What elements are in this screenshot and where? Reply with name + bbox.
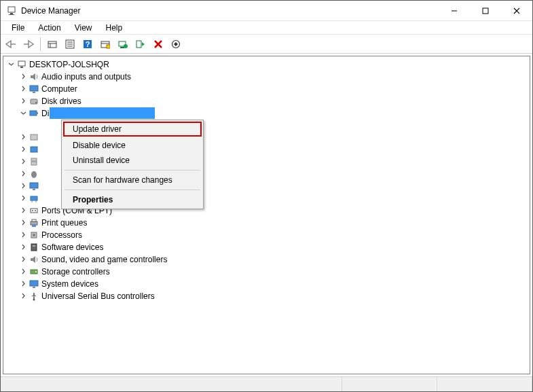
- audio-icon: [29, 71, 39, 82]
- tree-item-storage[interactable]: Storage controllers: [6, 266, 530, 278]
- menu-action[interactable]: Action: [31, 22, 67, 34]
- svg-rect-60: [33, 245, 35, 247]
- svg-rect-39: [30, 111, 37, 115]
- ctx-disable-device[interactable]: Disable device: [63, 138, 202, 153]
- svg-rect-58: [33, 234, 35, 236]
- tree-item-software[interactable]: Software devices: [6, 241, 530, 253]
- svg-rect-47: [33, 189, 35, 190]
- back-button[interactable]: [3, 37, 18, 52]
- status-left: [1, 377, 342, 391]
- app-icon: [6, 5, 17, 16]
- expand-icon[interactable]: [18, 244, 28, 251]
- tree-item-sound[interactable]: Sound, video and game controllers: [6, 253, 530, 266]
- tree-root[interactable]: DESKTOP-JOLSHQR: [6, 58, 530, 71]
- expand-icon[interactable]: [18, 134, 28, 141]
- expand-icon[interactable]: [18, 281, 28, 288]
- expand-icon[interactable]: [18, 98, 28, 105]
- svg-rect-65: [33, 287, 35, 288]
- svg-marker-31: [174, 42, 178, 46]
- maximize-button[interactable]: [470, 1, 501, 20]
- properties-button[interactable]: [62, 37, 77, 52]
- ctx-properties[interactable]: Properties: [63, 192, 202, 207]
- expand-icon[interactable]: [18, 183, 28, 190]
- expand-icon[interactable]: [18, 158, 28, 166]
- network-icon: [29, 193, 39, 204]
- ctx-update-driver[interactable]: Update driver: [63, 122, 202, 137]
- svg-rect-46: [30, 183, 38, 188]
- menu-view[interactable]: View: [68, 22, 99, 34]
- tree-item-computer[interactable]: Computer: [6, 83, 530, 95]
- monitor-icon: [29, 181, 39, 192]
- expand-icon[interactable]: [18, 73, 28, 81]
- expand-icon[interactable]: [18, 256, 28, 264]
- ctx-separator: [65, 190, 200, 190]
- printer-icon: [29, 217, 39, 228]
- expand-icon[interactable]: [18, 171, 28, 178]
- window-controls: [439, 1, 532, 20]
- status-right: [437, 377, 532, 391]
- expand-icon[interactable]: [18, 293, 28, 300]
- tree-item-audio[interactable]: Audio inputs and outputs: [6, 71, 530, 83]
- svg-marker-9: [29, 41, 33, 48]
- menu-help[interactable]: Help: [99, 22, 130, 34]
- svg-rect-22: [107, 45, 110, 48]
- tree-item-system[interactable]: System devices: [6, 278, 530, 290]
- update-driver-button[interactable]: [115, 37, 130, 52]
- tree-item-label: Computer: [41, 84, 77, 94]
- tree-item-label: Universal Serial Bus controllers: [41, 291, 155, 301]
- system-icon: [29, 279, 39, 289]
- storage-icon: [29, 266, 39, 277]
- svg-rect-11: [48, 41, 56, 48]
- svg-rect-59: [31, 244, 37, 251]
- expand-icon[interactable]: [18, 195, 28, 202]
- tree-item-label: Audio inputs and outputs: [41, 72, 131, 82]
- tree-item-label: Sound, video and game controllers: [41, 255, 167, 264]
- svg-rect-56: [32, 225, 36, 227]
- device-icon: [29, 156, 39, 167]
- forward-button[interactable]: [21, 37, 36, 52]
- svg-rect-26: [136, 41, 141, 48]
- disk-icon: [29, 96, 39, 107]
- svg-rect-33: [20, 67, 23, 68]
- minimize-button[interactable]: [439, 1, 470, 20]
- expand-icon[interactable]: [18, 207, 28, 215]
- tree-item-disks[interactable]: Disk drives: [6, 95, 530, 107]
- collapse-icon[interactable]: [18, 110, 28, 118]
- expand-icon[interactable]: [18, 146, 28, 154]
- svg-point-38: [35, 102, 37, 103]
- svg-point-67: [33, 299, 35, 301]
- uninstall-device-button[interactable]: [151, 37, 166, 52]
- device-icon: [29, 144, 39, 155]
- help-button[interactable]: ?: [80, 37, 95, 52]
- tree-item-processors[interactable]: Processors: [6, 229, 530, 241]
- tree-item-label: System devices: [41, 279, 98, 289]
- expand-icon[interactable]: [18, 86, 28, 93]
- svg-rect-42: [31, 147, 37, 152]
- expand-icon[interactable]: [18, 268, 28, 276]
- svg-rect-35: [30, 86, 38, 91]
- tree-item-label: Print queues: [41, 218, 87, 228]
- svg-rect-0: [8, 7, 15, 12]
- expand-icon[interactable]: [18, 232, 28, 239]
- action-list-button[interactable]: [98, 37, 113, 52]
- device-tree-panel: DESKTOP-JOLSHQR Audio inputs and outputs…: [3, 56, 530, 374]
- enable-device-button[interactable]: [133, 37, 148, 52]
- scan-hardware-button[interactable]: [168, 37, 183, 52]
- display-adapter-icon: [29, 108, 39, 119]
- monitor-icon: [29, 84, 39, 94]
- ctx-scan-hardware[interactable]: Scan for hardware changes: [63, 173, 202, 188]
- expand-icon[interactable]: [18, 219, 28, 227]
- tree-item-label: Processors: [41, 230, 82, 240]
- tree-item-usb[interactable]: Universal Serial Bus controllers: [6, 290, 530, 302]
- tree-item-printqueues[interactable]: Print queues: [6, 217, 530, 229]
- show-hide-console-button[interactable]: [45, 37, 60, 52]
- title-bar: Device Manager: [1, 1, 532, 21]
- close-button[interactable]: [501, 1, 532, 20]
- menu-file[interactable]: File: [5, 22, 31, 34]
- svg-rect-43: [31, 158, 37, 161]
- selected-device[interactable]: [50, 107, 155, 119]
- svg-rect-54: [31, 221, 37, 225]
- collapse-icon[interactable]: [6, 61, 16, 69]
- window-title: Device Manager: [21, 6, 439, 16]
- ctx-uninstall-device[interactable]: Uninstall device: [63, 153, 202, 168]
